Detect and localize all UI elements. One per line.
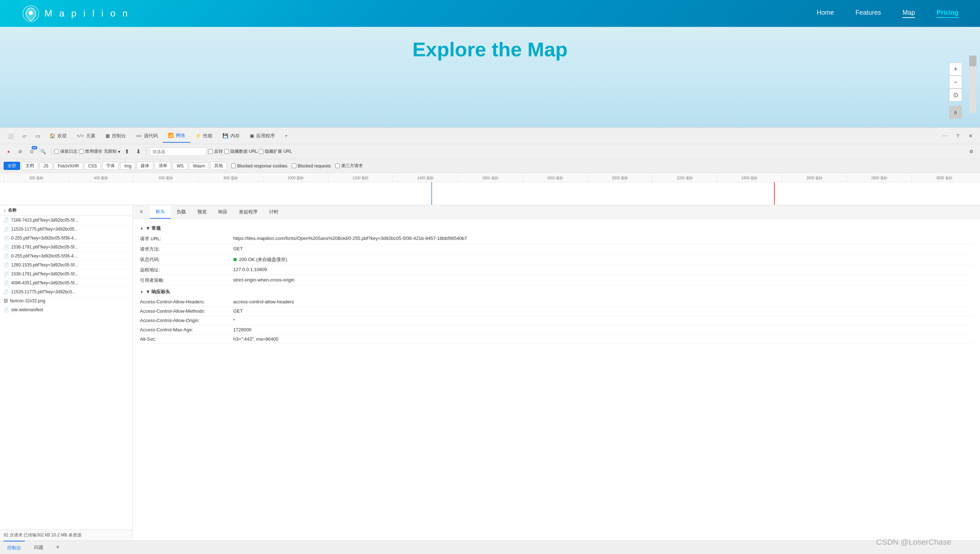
invert-checkbox[interactable]: 反转 (208, 148, 223, 154)
nav-map[interactable]: Map (902, 9, 915, 18)
reset-button[interactable]: ⊙ (949, 89, 962, 102)
filter-wasm[interactable]: Wasm (189, 162, 209, 170)
row-value[interactable]: https://tiles.mapilion.com/fonts/Open%20… (233, 236, 973, 241)
filter-fetch-xhr[interactable]: Fetch/XHR (54, 162, 83, 170)
bottom-tab-console[interactable]: 控制台 (3, 541, 25, 554)
tab-payload[interactable]: 负载 (171, 205, 192, 219)
tab-application[interactable]: ▣ 应用程序 (245, 129, 280, 143)
timeline-area: 200 毫秒 400 毫秒 600 毫秒 800 毫秒 1000 毫秒 1200… (0, 173, 980, 205)
blocked-requests-checkbox[interactable]: Blocked requests (292, 164, 331, 169)
record-button[interactable]: ● (3, 146, 14, 157)
tab-welcome[interactable]: 🏠 欢迎 (45, 129, 72, 143)
filter-input[interactable] (149, 147, 207, 156)
chevron-down-icon: ▾ (118, 149, 120, 154)
tab-memory[interactable]: 💾 内存 (217, 129, 245, 143)
hide-data-url-checkbox[interactable]: 隐藏数据 URL (224, 148, 257, 154)
timeline-ruler: 200 毫秒 400 毫秒 600 毫秒 800 毫秒 1000 毫秒 1200… (0, 173, 980, 182)
nav-pricing[interactable]: Pricing (937, 9, 958, 18)
filter-document[interactable]: 文档 (22, 162, 38, 170)
devtools-close-button[interactable]: ✕ (965, 130, 977, 142)
list-item[interactable]: 🖼 favicon-32x32.png (0, 296, 132, 306)
filter-media[interactable]: 媒体 (137, 162, 153, 170)
file-list-header: ↕ 名称 (0, 205, 132, 216)
filter-manifest[interactable]: 清单 (155, 162, 171, 170)
tab-preview[interactable]: 预览 (192, 205, 212, 219)
bottom-add-button[interactable]: + (53, 543, 63, 552)
map-scroll-up[interactable]: ∧ (949, 106, 962, 119)
devtools-undock-icon[interactable]: ⬜ (3, 129, 17, 143)
list-item[interactable]: 📄 11520-11775.pbf?key=3d92bc0... (0, 288, 132, 296)
detail-row-acao-origin: Access-Control-Allow-Origin: * (140, 316, 973, 325)
preserve-log-checkbox[interactable]: 保留日志 (54, 148, 78, 154)
third-party-checkbox[interactable]: 第三方请求 (335, 163, 363, 169)
list-item[interactable]: 📄 1536-1791.pbf?key=3d92bc05-5f... (0, 270, 132, 279)
search-button[interactable]: 🔍 (38, 146, 48, 157)
timeline-content[interactable] (0, 182, 980, 205)
list-item[interactable]: 📄 11520-11775.pbf?key=3d92bc05... (0, 225, 132, 234)
tab-elements[interactable]: </> 元素 (72, 129, 101, 143)
file-list-scroll[interactable]: 📄 7168-7423.pbf?key=3d92bc05-5f... 📄 115… (0, 216, 132, 530)
tab-timing[interactable]: 计时 (263, 205, 284, 219)
filter-js[interactable]: JS (40, 162, 53, 170)
filter-css[interactable]: CSS (84, 162, 101, 170)
nav-features[interactable]: Features (856, 9, 881, 18)
file-name: 1536-1791.pbf?key=3d92bc05-5f... (11, 271, 129, 277)
stop-button[interactable]: ⊘ (15, 146, 25, 157)
tab-headers[interactable]: 标头 (150, 205, 171, 219)
svg-point-1 (29, 11, 33, 15)
zoom-in-button[interactable]: + (949, 63, 962, 76)
separator-2 (146, 148, 147, 156)
detail-row-acao-maxage: Access-Control-Max-Age: 1728000 (140, 325, 973, 334)
hide-ext-url-checkbox[interactable]: 隐藏扩展 URL (259, 148, 292, 154)
logo[interactable]: M a p i l i o n (22, 4, 129, 23)
badge-count: 88 (32, 146, 37, 150)
filter-other[interactable]: 其他 (210, 162, 227, 170)
list-item[interactable]: 📄 4096-4351.pbf?key=3d92bc05-5f... (0, 279, 132, 288)
tab-response[interactable]: 响应 (212, 205, 233, 219)
list-item[interactable]: 📄 7168-7423.pbf?key=3d92bc05-5f... (0, 216, 132, 225)
import-button[interactable]: ⬆ (122, 146, 132, 157)
devtools-more-button[interactable]: ⋯ (939, 130, 951, 142)
list-item[interactable]: 📄 0-255.pbf?key=3d92bc05-5f36-4... (0, 252, 132, 261)
tab-initiator[interactable]: 发起程序 (233, 205, 263, 219)
memory-icon: 💾 (222, 133, 228, 138)
filter-ws[interactable]: WS (172, 162, 187, 170)
list-item[interactable]: 📄 1536-1791.pbf?key=3d92bc05-5f... (0, 243, 132, 252)
filter-font[interactable]: 字体 (102, 162, 119, 170)
map-section: Explore the Map + − ⊙ ∧ (0, 27, 980, 127)
file-name: 11520-11775.pbf?key=3d92bc0... (11, 290, 129, 295)
general-section-header[interactable]: ▼ ▼ 常规 (140, 222, 973, 234)
nav-home[interactable]: Home (817, 9, 834, 18)
tab-sources[interactable]: </> 源代码 (131, 129, 163, 143)
file-icon: 📄 (3, 271, 9, 277)
devtools-drawer-icon[interactable]: ▭ (31, 129, 45, 143)
export-button[interactable]: ⬇ (133, 146, 143, 157)
filter-img[interactable]: Img (120, 162, 135, 170)
detail-close-button[interactable]: × (136, 207, 147, 217)
throttle-select[interactable]: 无限制 ▾ (104, 148, 120, 154)
navbar: M a p i l i o n Home Features Map Pricin… (0, 0, 980, 27)
list-item[interactable]: 📄 1280-1535.pbf?key=3d92bc05-5f... (0, 261, 132, 270)
tab-console[interactable]: ▦ 控制台 (101, 129, 131, 143)
settings-button[interactable]: ⚙ (966, 146, 977, 157)
blocked-cookies-checkbox[interactable]: Blocked response cookies (231, 164, 287, 169)
tab-performance[interactable]: ⚡ 性能 (190, 129, 217, 143)
list-item[interactable]: 📄 site.webmanifest (0, 306, 132, 314)
badge-button[interactable]: ⊙ 88 (27, 146, 37, 157)
disable-cache-checkbox[interactable]: 禁用缓存 (79, 148, 102, 154)
devtools-help-button[interactable]: ? (952, 130, 964, 142)
filter-all[interactable]: 全部 (3, 162, 20, 170)
zoom-out-button[interactable]: − (949, 76, 962, 89)
row-value: h3=":443"; ma=86400 (233, 336, 973, 342)
response-headers-section-header[interactable]: ▼ ▼ 响应标头 (140, 286, 973, 297)
tm-6: 1400 毫秒 (393, 176, 458, 182)
response-headers-label: ▼ 响应标头 (146, 289, 170, 295)
tab-more[interactable]: + (280, 129, 293, 143)
devtools-side-icon[interactable]: ▱ (17, 129, 31, 143)
tm-0: 200 毫秒 (3, 176, 69, 182)
list-item[interactable]: 📄 0-255.pbf?key=3d92bc05-5f36-4... (0, 234, 132, 243)
detail-row-acao-headers: Access-Control-Allow-Headers: access-con… (140, 297, 973, 307)
tab-network[interactable]: 📶 网络 (163, 129, 190, 143)
row-key: Access-Control-Allow-Headers: (140, 299, 233, 304)
bottom-tab-issues[interactable]: 问题 (30, 541, 47, 554)
